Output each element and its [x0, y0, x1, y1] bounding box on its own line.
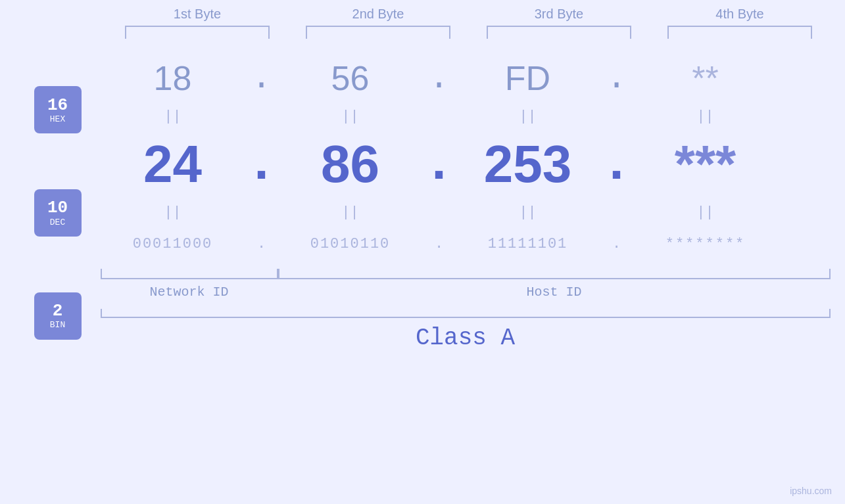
dec-dot-3: . [600, 135, 633, 195]
hex-cell-3: FD [456, 58, 600, 98]
dec-val-4: *** [675, 134, 736, 195]
dec-val-3: 253 [484, 134, 571, 195]
dec-cell-4: *** [633, 134, 778, 195]
equals-row-2: || || || || [101, 200, 831, 224]
dec-dot-1: . [245, 135, 278, 195]
bin-badge-num: 2 [53, 302, 63, 321]
byte-header-1: 1st Byte [125, 7, 270, 26]
hex-val-4: ** [692, 58, 718, 98]
bin-val-2: 01010110 [310, 236, 391, 252]
hex-val-2: 56 [331, 58, 370, 98]
main-area: 16 HEX 10 DEC 2 BIN 18 . [15, 52, 831, 367]
bin-dot-3: . [600, 236, 633, 252]
dec-cell-1: 24 [101, 134, 245, 195]
eq-4: || [633, 108, 778, 125]
network-id-label: Network ID [101, 285, 278, 300]
dec-row: 24 . 86 . 253 . *** [101, 128, 831, 200]
badges-column: 16 HEX 10 DEC 2 BIN [15, 52, 101, 367]
hex-badge-label: HEX [50, 114, 65, 124]
equals-row-1: || || || || [101, 104, 831, 128]
byte-header-3: 3rd Byte [487, 7, 631, 26]
hex-row: 18 . 56 . FD . ** [101, 52, 831, 104]
hex-val-1: 18 [154, 58, 192, 98]
hex-dot-3: . [600, 59, 633, 98]
dec-val-1: 24 [143, 134, 202, 195]
hex-cell-2: 56 [278, 58, 423, 98]
byte-header-2: 2nd Byte [306, 7, 450, 26]
bin-badge-label: BIN [50, 320, 65, 330]
bracket-3 [487, 26, 631, 39]
dec-cell-2: 86 [278, 134, 423, 195]
hex-dot-1: . [245, 59, 278, 98]
byte-headers: 1st Byte 2nd Byte 3rd Byte 4th Byte [107, 7, 831, 26]
hex-cell-4: ** [633, 58, 778, 98]
id-section: Network ID Host ID [101, 269, 831, 300]
hex-badge-num: 16 [47, 96, 68, 115]
top-brackets [107, 26, 831, 39]
outer-bracket [101, 309, 831, 318]
bin-val-1: 00011000 [133, 236, 213, 252]
class-label: Class A [101, 325, 831, 352]
dec-val-2: 86 [321, 134, 379, 195]
eq-1: || [101, 108, 245, 125]
bin-cell-1: 00011000 [101, 236, 245, 252]
bracket-1 [125, 26, 270, 39]
dec-badge-num: 10 [47, 198, 68, 218]
host-bracket [278, 269, 831, 279]
dec-dot-2: . [423, 135, 456, 195]
eq-7: || [456, 204, 600, 221]
dec-cell-3: 253 [456, 134, 600, 195]
bin-row: 00011000 . 01010110 . 11111101 . [101, 224, 831, 263]
bracket-2 [306, 26, 450, 39]
bin-val-4: ******** [665, 236, 746, 252]
id-labels: Network ID Host ID [101, 285, 831, 300]
bin-val-3: 11111101 [488, 236, 568, 252]
byte-header-4: 4th Byte [667, 7, 812, 26]
watermark: ipshu.com [790, 486, 832, 496]
bracket-4 [667, 26, 812, 39]
bin-cell-4: ******** [633, 236, 778, 252]
eq-6: || [278, 204, 423, 221]
eq-3: || [456, 108, 600, 125]
network-bracket [101, 269, 278, 279]
hex-val-3: FD [505, 58, 550, 98]
host-id-label: Host ID [278, 285, 831, 300]
id-brackets [101, 269, 831, 279]
hex-dot-2: . [423, 59, 456, 98]
eq-5: || [101, 204, 245, 221]
bin-cell-2: 01010110 [278, 236, 423, 252]
eq-8: || [633, 204, 778, 221]
bin-badge: 2 BIN [34, 292, 82, 340]
bin-dot-1: . [245, 236, 278, 252]
eq-2: || [278, 108, 423, 125]
dec-badge-label: DEC [50, 218, 65, 227]
hex-cell-1: 18 [101, 58, 245, 98]
bin-dot-2: . [423, 236, 456, 252]
bin-cell-3: 11111101 [456, 236, 600, 252]
hex-badge: 16 HEX [34, 86, 82, 133]
dec-badge: 10 DEC [34, 189, 82, 237]
values-grid: 18 . 56 . FD . ** [101, 52, 831, 352]
